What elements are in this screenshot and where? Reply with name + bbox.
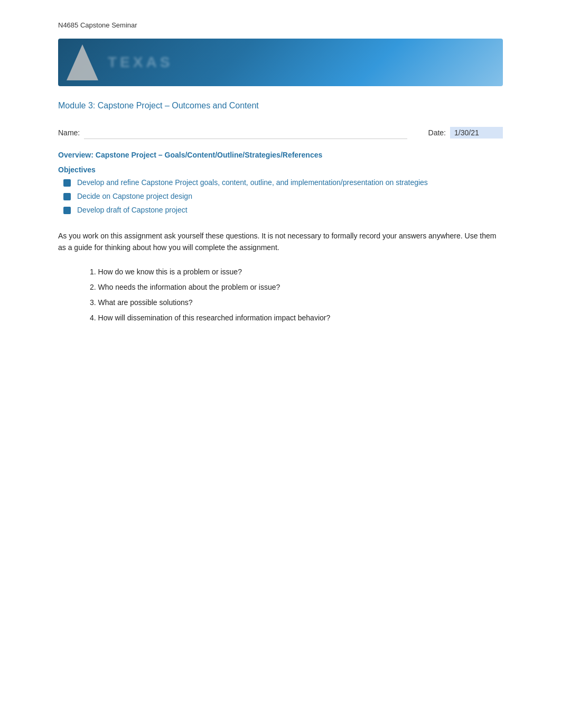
objective-item-2: Decide on Capstone project design <box>63 192 503 200</box>
banner: TEXAS <box>58 39 503 86</box>
question-item-2: Who needs the information about the prob… <box>90 282 503 293</box>
name-label: Name: <box>58 128 80 137</box>
objectives-list: Develop and refine Capstone Project goal… <box>58 178 503 214</box>
objective-item-1: Develop and refine Capstone Project goal… <box>63 178 503 187</box>
bullet-icon <box>63 193 71 200</box>
bullet-icon <box>63 207 71 214</box>
banner-logo <box>67 44 98 80</box>
questions-list: How do we know this is a problem or issu… <box>58 266 503 324</box>
question-item-3: What are possible solutions? <box>90 297 503 308</box>
banner-text: TEXAS <box>108 54 173 71</box>
course-title: N4685 Capstone Seminar <box>58 21 503 29</box>
date-label: Date: <box>428 128 446 137</box>
bullet-icon <box>63 179 71 187</box>
objective-item-3: Develop draft of Capstone project <box>63 206 503 214</box>
question-item-1: How do we know this is a problem or issu… <box>90 266 503 278</box>
name-date-row: Name: Date: 1/30/21 <box>58 126 503 139</box>
date-value: 1/30/21 <box>450 127 503 139</box>
overview-title: Overview: Capstone Project – Goals/Conte… <box>58 151 503 159</box>
name-field[interactable] <box>84 126 407 139</box>
module-title: Module 3: Capstone Project – Outcomes an… <box>58 101 503 110</box>
question-item-4: How will dissemination of this researche… <box>90 312 503 324</box>
objectives-label: Objectives <box>58 165 503 174</box>
description-block: As you work on this assignment ask yours… <box>58 230 503 254</box>
